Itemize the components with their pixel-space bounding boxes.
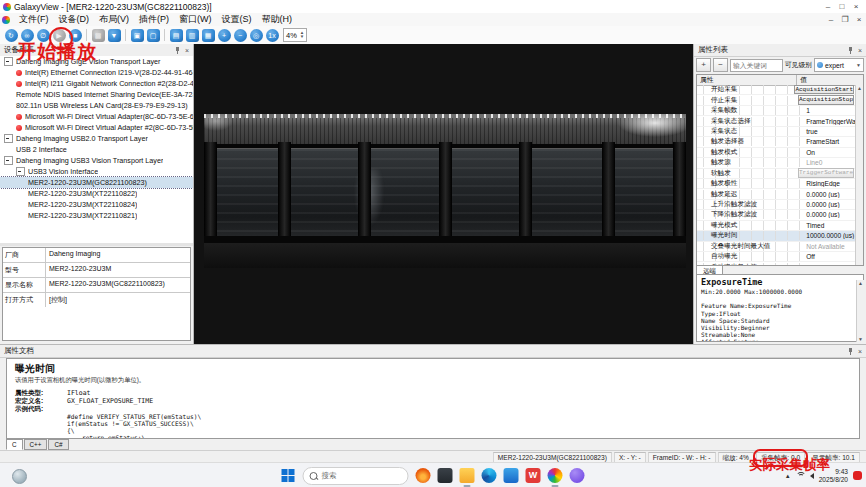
property-row[interactable]: 触发模式On bbox=[697, 148, 856, 158]
status-cursor-pos: X: - Y: - bbox=[614, 452, 646, 463]
trigger-software-button[interactable]: TriggerSoftware bbox=[798, 168, 854, 178]
property-row[interactable]: 采集状态true bbox=[697, 127, 856, 137]
keyword-filter-input[interactable] bbox=[730, 59, 783, 72]
taskbar-app-terminal-icon[interactable] bbox=[438, 468, 453, 483]
property-row[interactable]: 触发极性RisingEdge bbox=[697, 179, 856, 189]
taskbar-widget-icon[interactable] bbox=[12, 469, 27, 484]
tree-node-usb2-tl[interactable]: Daheng Imaging USB2.0 Transport Layer bbox=[0, 133, 193, 144]
horizontal-splitter[interactable] bbox=[0, 243, 193, 246]
tree-node-camera-selected[interactable]: MER2-1220-23U3M(GC8221100823) bbox=[0, 177, 193, 188]
property-row[interactable]: 采集状态选择FrameTriggerWait bbox=[697, 116, 856, 126]
menu-settings[interactable]: 设置(S) bbox=[217, 13, 257, 26]
property-row[interactable]: 自动曝光Off bbox=[697, 252, 856, 262]
tree-node-usb3-interface[interactable]: USB3 Vision Interface bbox=[0, 166, 193, 177]
pin-icon[interactable] bbox=[174, 47, 181, 54]
tree-node-camera[interactable]: MER2-1220-23U3M(XT22110824) bbox=[0, 199, 193, 210]
tree-node-usb3-tl[interactable]: Daheng Imaging USB3 Vision Transport Lay… bbox=[0, 155, 193, 166]
doc-type-label: 属性类型: bbox=[15, 389, 67, 397]
zoom-in-icon[interactable]: + bbox=[218, 29, 231, 42]
save-image-icon[interactable]: ▼ bbox=[108, 29, 121, 42]
tree-node-camera[interactable]: MER2-1220-23U3M(XT22110822) bbox=[0, 188, 193, 199]
taskbar-app-icon[interactable] bbox=[570, 468, 585, 483]
menu-file[interactable]: 文件(F) bbox=[14, 13, 54, 26]
property-row[interactable]: 交叠曝光时间最大值Not Available bbox=[697, 242, 856, 252]
property-row[interactable]: 触发选择器FrameStart bbox=[697, 137, 856, 147]
refresh-devices-icon[interactable]: ↻ bbox=[5, 29, 18, 42]
close-panel-icon[interactable]: × bbox=[858, 47, 862, 54]
close-panel-icon[interactable]: × bbox=[858, 348, 862, 355]
menu-plugin[interactable]: 插件(P) bbox=[134, 13, 174, 26]
property-row[interactable]: 触发延迟0.0000 (us) bbox=[697, 189, 856, 199]
property-row[interactable]: 软触发TriggerSoftware bbox=[697, 169, 856, 179]
collapse-icon[interactable] bbox=[4, 134, 13, 143]
annotation-start-play-label: 开始播放 bbox=[17, 39, 97, 65]
grid-view-2-icon[interactable]: ▦ bbox=[202, 29, 215, 42]
roi-tool-icon[interactable]: ▤ bbox=[170, 29, 183, 42]
zoom-level-spinbox[interactable]: 4% ▲▼ bbox=[283, 28, 307, 42]
feature-doc-scrollbar[interactable]: ▲ ▼ bbox=[856, 280, 864, 342]
window-layout-2-icon[interactable]: ▢ bbox=[147, 29, 160, 42]
zoom-out-icon[interactable]: − bbox=[234, 29, 247, 42]
property-row[interactable]: 开始采集AcquisitionStart bbox=[697, 85, 856, 95]
collapse-icon[interactable] bbox=[4, 57, 13, 66]
taskbar-store-icon[interactable] bbox=[504, 468, 519, 483]
pin-icon[interactable] bbox=[847, 47, 854, 54]
spinner-arrows-icon[interactable]: ▲▼ bbox=[300, 31, 304, 39]
taskbar-edge-icon[interactable] bbox=[482, 468, 497, 483]
tree-node-adapter[interactable]: Remote NDIS based Internet Sharing Devic… bbox=[0, 89, 193, 100]
close-panel-icon[interactable]: × bbox=[185, 47, 189, 54]
tab-c[interactable]: C bbox=[6, 439, 23, 450]
tab-cpp[interactable]: C++ bbox=[24, 439, 48, 450]
taskbar-app-browser-icon[interactable] bbox=[416, 468, 431, 483]
tree-node-adapter[interactable]: 802.11n USB Wireless LAN Card(28-E9-79-E… bbox=[0, 100, 193, 111]
taskbar-search-box[interactable]: 搜索 bbox=[303, 467, 409, 485]
tree-node-adapter[interactable]: Microsoft Wi-Fi Direct Virtual Adapter(8… bbox=[0, 111, 193, 122]
menu-device[interactable]: 设备(D) bbox=[54, 13, 95, 26]
tab-csharp[interactable]: C# bbox=[48, 439, 68, 450]
tree-node-adapter[interactable]: Microsoft Wi-Fi Direct Virtual Adapter #… bbox=[0, 122, 193, 133]
minimize-button[interactable]: – bbox=[821, 2, 835, 11]
taskbar-wps-icon[interactable]: W bbox=[526, 468, 541, 483]
expand-all-button[interactable]: + bbox=[696, 58, 711, 72]
frame-post bbox=[519, 142, 532, 243]
child-close-button[interactable]: × bbox=[852, 15, 866, 24]
tree-node-camera[interactable]: MER2-1220-23U3M(XT22110821) bbox=[0, 210, 193, 221]
grid-view-1-icon[interactable]: ▥ bbox=[186, 29, 199, 42]
start-button[interactable] bbox=[282, 469, 296, 483]
column-attribute: 属性 bbox=[697, 75, 797, 85]
tree-node-adapter[interactable]: Intel(R) Ethernet Connection I219-V(28-D… bbox=[0, 67, 193, 78]
property-row[interactable]: 曝光模式Timed bbox=[697, 221, 856, 231]
tree-node-usb2-interface[interactable]: USB 2 Interface bbox=[0, 144, 193, 155]
taskbar-galaxyview-icon[interactable] bbox=[548, 468, 563, 483]
menu-help[interactable]: 帮助(H) bbox=[257, 13, 298, 26]
property-row-exposure-time[interactable]: 曝光时间10000.0000 (us) bbox=[697, 231, 856, 241]
menu-window[interactable]: 窗口(W) bbox=[174, 13, 217, 26]
pin-icon[interactable] bbox=[847, 348, 854, 355]
property-scrollbar[interactable]: ▲ bbox=[855, 85, 863, 265]
menu-layout[interactable]: 布局(V) bbox=[94, 13, 134, 26]
property-row[interactable]: 触发源Line0 bbox=[697, 158, 856, 168]
image-display-canvas[interactable] bbox=[194, 44, 694, 344]
property-row[interactable]: 上升沿触发滤波0.0000 (us) bbox=[697, 200, 856, 210]
property-row[interactable]: 下降沿触发滤波0.0000 (us) bbox=[697, 210, 856, 220]
maximize-button[interactable]: □ bbox=[835, 2, 849, 11]
collapse-all-button[interactable]: − bbox=[713, 58, 728, 72]
property-row[interactable]: 停止采集AcquisitionStop bbox=[697, 95, 856, 105]
window-layout-1-icon[interactable]: ▣ bbox=[131, 29, 144, 42]
scroll-up-icon[interactable]: ▲ bbox=[857, 85, 862, 91]
property-row[interactable]: 采集帧数1 bbox=[697, 106, 856, 116]
actual-size-icon[interactable]: 1x bbox=[266, 29, 279, 42]
tree-node-adapter[interactable]: Intel(R) I211 Gigabit Network Connection… bbox=[0, 78, 193, 89]
acquisition-stop-button[interactable]: AcquisitionStop bbox=[798, 95, 854, 105]
fit-window-icon[interactable]: ◎ bbox=[250, 29, 263, 42]
visibility-level-select[interactable]: expert ▼ bbox=[814, 58, 864, 72]
notification-badge[interactable] bbox=[853, 471, 862, 480]
taskbar-file-explorer-icon[interactable] bbox=[460, 468, 475, 483]
collapse-icon[interactable] bbox=[4, 156, 13, 165]
child-restore-button[interactable]: ❐ bbox=[838, 15, 852, 24]
visibility-level-label: 可见级别 bbox=[785, 60, 812, 70]
acquisition-start-button[interactable]: AcquisitionStart bbox=[794, 85, 854, 95]
close-button[interactable]: × bbox=[849, 2, 863, 11]
collapse-icon[interactable] bbox=[16, 167, 25, 176]
child-minimize-button[interactable]: – bbox=[824, 15, 838, 24]
